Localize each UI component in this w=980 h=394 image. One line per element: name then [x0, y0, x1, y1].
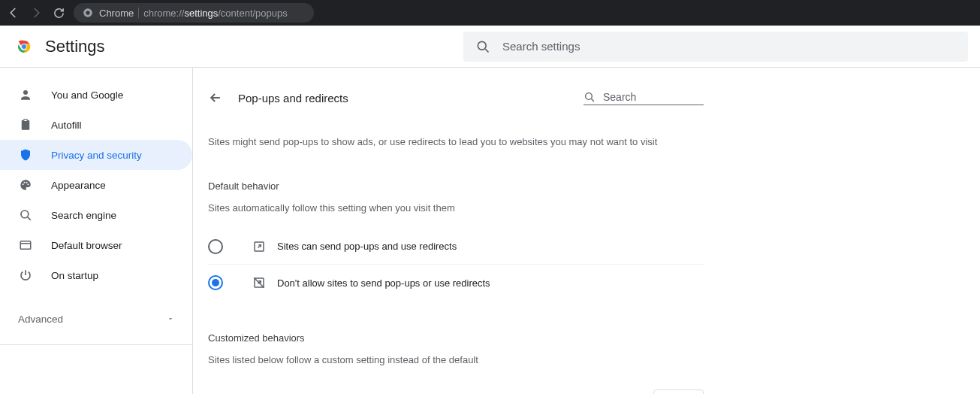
shield-icon — [18, 147, 33, 162]
sidebar-item-default-browser[interactable]: Default browser — [0, 230, 192, 260]
open-icon — [252, 239, 267, 254]
svg-rect-7 — [24, 120, 28, 122]
svg-point-1 — [86, 11, 89, 14]
omnibox-text: Chrome chrome://settings/content/popups — [99, 8, 288, 19]
default-behavior-title: Default behavior — [208, 180, 704, 192]
sidebar-item-label: Autofill — [51, 120, 82, 131]
add-button[interactable]: Add — [653, 389, 704, 394]
page-title: Settings — [45, 37, 105, 56]
svg-point-5 — [478, 41, 486, 50]
page-search[interactable] — [583, 91, 704, 105]
back-button[interactable] — [208, 90, 223, 105]
omnibox-divider — [138, 8, 139, 18]
sidebar-divider — [0, 344, 192, 345]
sidebar-item-search-engine[interactable]: Search engine — [0, 200, 192, 230]
chrome-logo-icon — [15, 38, 33, 56]
search-icon — [583, 91, 596, 103]
sidebar-item-appearance[interactable]: Appearance — [0, 170, 192, 200]
reload-icon[interactable] — [51, 5, 66, 20]
omnibox-host: Chrome — [99, 8, 134, 19]
sidebar-item-label: Search engine — [51, 210, 116, 221]
power-icon — [18, 268, 33, 283]
sidebar-advanced-toggle[interactable]: Advanced — [0, 304, 192, 334]
sidebar-item-label: Appearance — [51, 180, 106, 191]
search-icon — [475, 39, 490, 54]
section-title: Pop-ups and redirects — [238, 92, 348, 105]
page-search-input[interactable] — [603, 91, 693, 103]
omnibox-url: chrome://settings/content/popups — [143, 8, 288, 19]
sidebar-item-label: Default browser — [51, 240, 122, 251]
sidebar-item-autofill[interactable]: Autofill — [0, 110, 192, 140]
settings-header: Settings — [0, 26, 980, 68]
header-search-input[interactable] — [502, 40, 956, 53]
radio-button[interactable] — [208, 275, 223, 290]
browser-toolbar: Chrome chrome://settings/content/popups — [0, 0, 980, 26]
section-description: Sites might send pop-ups to show ads, or… — [208, 135, 704, 149]
svg-point-9 — [24, 182, 26, 183]
palette-icon — [18, 177, 33, 192]
advanced-label: Advanced — [18, 314, 63, 325]
radio-label: Sites can send pop-ups and use redirects — [277, 241, 457, 252]
chrome-glyph-icon — [83, 8, 93, 18]
customized-behaviors-title: Customized behaviors — [208, 332, 704, 344]
main-panel: Pop-ups and redirects Sites might send p… — [192, 68, 980, 394]
svg-point-14 — [586, 92, 593, 99]
default-behavior-subtitle: Sites automatically follow this setting … — [208, 202, 704, 214]
radio-label: Don't allow sites to send pop-ups or use… — [277, 277, 490, 289]
svg-point-12 — [21, 211, 29, 218]
radio-option-block[interactable]: Don't allow sites to send pop-ups or use… — [208, 265, 704, 301]
svg-rect-13 — [20, 241, 31, 250]
header-search[interactable] — [463, 32, 968, 62]
browser-icon — [18, 238, 33, 253]
sidebar-item-privacy-security[interactable]: Privacy and security — [0, 140, 192, 170]
customized-behaviors-subtitle: Sites listed below follow a custom setti… — [208, 354, 704, 365]
svg-point-8 — [23, 183, 24, 185]
svg-point-6 — [23, 90, 28, 95]
sidebar-item-label: Privacy and security — [51, 150, 142, 161]
svg-point-10 — [26, 182, 28, 183]
sidebar-item-on-startup[interactable]: On startup — [0, 260, 192, 290]
svg-point-11 — [27, 183, 29, 185]
forward-icon — [29, 5, 44, 20]
open-blocked-icon — [252, 275, 267, 290]
sidebar-item-label: You and Google — [51, 89, 123, 101]
person-icon — [18, 87, 33, 102]
omnibox[interactable]: Chrome chrome://settings/content/popups — [74, 3, 314, 23]
radio-button[interactable] — [208, 239, 223, 254]
clipboard-icon — [18, 117, 33, 132]
default-behavior-radio-group: Sites can send pop-ups and use redirects… — [208, 229, 704, 301]
sidebar-item-you-and-google[interactable]: You and Google — [0, 80, 192, 110]
radio-option-allow[interactable]: Sites can send pop-ups and use redirects — [208, 229, 704, 265]
sidebar: You and Google Autofill Privacy and secu… — [0, 68, 192, 394]
sidebar-item-label: On startup — [51, 270, 98, 281]
back-icon[interactable] — [6, 5, 21, 20]
chevron-down-icon — [167, 314, 174, 325]
search-icon — [18, 208, 33, 223]
